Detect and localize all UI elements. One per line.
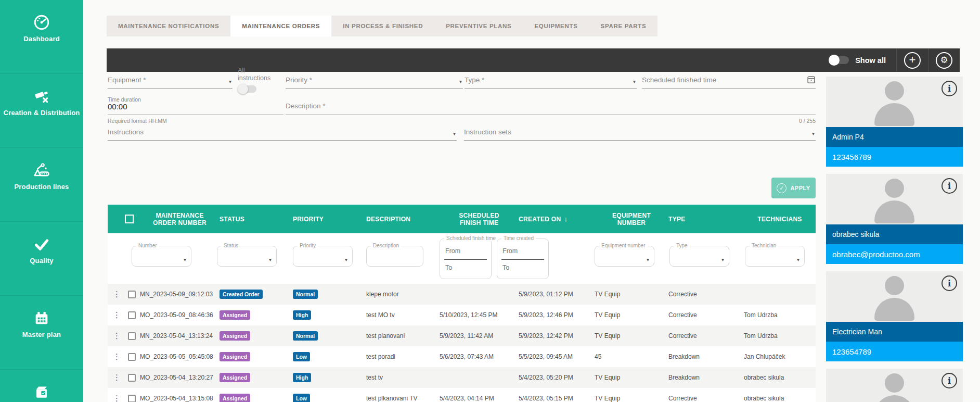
description-filter-input[interactable]: Description xyxy=(366,246,423,267)
description-input[interactable]: Description * xyxy=(286,102,816,115)
sidebar-item-quality[interactable]: Quality xyxy=(0,235,83,296)
chevron-down-icon: ▾ xyxy=(721,257,724,262)
info-button[interactable]: i xyxy=(942,178,957,194)
priority-filter-select[interactable]: Priority ▾ xyxy=(293,246,353,267)
number-filter-select[interactable]: Number ▾ xyxy=(132,246,191,267)
description-cell: klepe motor xyxy=(366,284,440,305)
column-header-type[interactable]: TYPE xyxy=(668,205,744,233)
column-header-priority[interactable]: PRIORITY xyxy=(293,205,366,233)
tab-preventive-plans[interactable]: PREVENTIVE PLANS xyxy=(434,16,523,36)
chevron-down-icon: ▾ xyxy=(184,257,186,262)
technician-name: obrabec sikula xyxy=(826,224,963,244)
info-icon: i xyxy=(948,84,951,94)
sidebar-item-dashboard[interactable]: Dashboard xyxy=(0,14,83,74)
technician-cell: Tom Udrzba xyxy=(744,305,816,325)
table-row[interactable]: ⋮ MO_2023-05-09_08:46:36 Assigned High t… xyxy=(108,305,816,325)
table-row[interactable]: ⋮ MO_2023-05-05_05:45:08 Assigned Low te… xyxy=(108,346,816,367)
from-input[interactable]: From xyxy=(502,247,518,255)
scheduled-finish-time-filter[interactable]: Scheduled finish time From To xyxy=(440,238,492,279)
apply-button[interactable]: ✓ APPLY xyxy=(771,178,816,198)
tab-equipments[interactable]: EQUIPMENTS xyxy=(523,16,589,36)
tab-maintenance-notifications[interactable]: MAINTENANCE NOTIFICATIONS xyxy=(107,16,230,36)
time-created-filter[interactable]: Time created From To xyxy=(497,238,549,279)
table-body: ⋮ MN_2023-05-09_09:12:03 Created Order N… xyxy=(108,284,816,402)
sidebar-item-creation-distribution[interactable]: Creation & Distribution xyxy=(0,87,83,148)
avatar xyxy=(874,103,914,126)
table-row[interactable]: ⋮ MN_2023-05-04_13:13:24 Assigned Normal… xyxy=(108,325,816,346)
created-on-cell: 5/9/2023, 01:12 PM xyxy=(519,284,595,305)
scheduled-finish-cell: 5/4/2023, 04:14 PM xyxy=(440,388,519,402)
sidebar-item-master-plan[interactable]: Master plan xyxy=(0,309,83,370)
status-filter-select[interactable]: Status ▾ xyxy=(217,246,277,267)
type-cell: Breakdown xyxy=(668,346,744,367)
row-checkbox[interactable] xyxy=(128,311,136,319)
time-duration-input[interactable]: 00:00 xyxy=(108,102,283,115)
avatar xyxy=(874,298,914,321)
equipment-number-cell: TV Equip xyxy=(595,284,668,305)
select-all-checkbox[interactable] xyxy=(125,215,134,223)
calendar-icon[interactable] xyxy=(807,75,816,85)
to-input[interactable]: To xyxy=(502,264,509,271)
technician-name: Electrician Man xyxy=(826,322,963,342)
column-header-description[interactable]: DESCRIPTION xyxy=(366,205,440,233)
row-menu-icon[interactable]: ⋮ xyxy=(113,394,121,402)
column-header-created-on[interactable]: CREATED ON↓ xyxy=(519,205,595,233)
avatar xyxy=(874,395,914,402)
show-all-toggle[interactable] xyxy=(830,56,849,64)
priority-select[interactable]: Priority * ▾ xyxy=(286,76,463,89)
row-checkbox[interactable] xyxy=(128,374,136,382)
column-header-scheduled-finish-time[interactable]: SCHEDULED FINISH TIME xyxy=(440,205,519,233)
info-button[interactable]: i xyxy=(942,81,957,96)
row-checkbox[interactable] xyxy=(128,395,136,402)
equipment-number-filter-select[interactable]: Equipment number ▾ xyxy=(595,246,654,267)
table-row[interactable]: ⋮ MN_2023-05-09_09:12:03 Created Order N… xyxy=(108,284,816,305)
description-counter: 0 / 255 xyxy=(770,118,816,124)
technicians-panel: i Admin P4 123456789 i obrabec sikula ob… xyxy=(826,77,963,402)
priority-badge: Low xyxy=(293,352,310,361)
to-input[interactable]: To xyxy=(445,264,452,271)
table-row[interactable]: ⋮ MO_2023-05-04_13:20:27 Assigned High t… xyxy=(108,367,816,388)
from-input[interactable]: From xyxy=(445,247,460,255)
row-menu-icon[interactable]: ⋮ xyxy=(113,331,121,341)
order-number-cell: MO_2023-05-09_08:46:36 xyxy=(140,305,220,325)
row-menu-icon[interactable]: ⋮ xyxy=(113,352,121,361)
column-header-equipment-number[interactable]: EQUIPMENT NUMBER xyxy=(595,205,668,233)
row-menu-icon[interactable]: ⋮ xyxy=(113,290,121,299)
priority-badge: Normal xyxy=(293,290,318,299)
all-instructions-toggle[interactable] xyxy=(239,85,256,93)
technician-filter-select[interactable]: Technician ▾ xyxy=(745,246,805,267)
settings-button[interactable]: ⚙ xyxy=(936,52,952,69)
table-row[interactable]: ⋮ MO_2023-05-04_13:15:08 Assigned Low te… xyxy=(108,388,816,402)
tab-maintenance-orders[interactable]: MAINTENANCE ORDERS xyxy=(230,16,331,36)
column-header-status[interactable]: STATUS xyxy=(220,205,293,233)
equipment-select[interactable]: Equipment * ▾ xyxy=(108,76,233,89)
instruction-sets-select[interactable]: Instruction sets ▾ xyxy=(464,128,816,141)
tab-in-process-finished[interactable]: IN PROCESS & FINISHED xyxy=(331,16,434,36)
type-cell: Corrective xyxy=(668,325,744,346)
status-badge: Created Order xyxy=(220,290,263,299)
row-checkbox[interactable] xyxy=(128,291,136,298)
order-number-cell: MO_2023-05-05_05:45:08 xyxy=(140,346,220,367)
row-checkbox[interactable] xyxy=(128,332,136,340)
sidebar-item-production-lines[interactable]: Production lines xyxy=(0,161,83,222)
tab-spare-parts[interactable]: SPARE PARTS xyxy=(589,16,658,36)
instructions-select[interactable]: Instructions ▾ xyxy=(108,128,457,141)
row-menu-icon[interactable]: ⋮ xyxy=(113,373,121,382)
type-select[interactable]: Type * ▾ xyxy=(465,76,637,89)
chevron-down-icon: ▾ xyxy=(269,257,272,262)
info-icon: i xyxy=(948,376,951,386)
sidebar-item-redbox[interactable]: Redbox xyxy=(0,383,83,402)
info-button[interactable]: i xyxy=(942,373,957,388)
toolbar-divider xyxy=(928,48,929,72)
type-filter-select[interactable]: Type ▾ xyxy=(669,246,729,267)
column-header-technicians[interactable]: TECHNICIANS xyxy=(744,205,816,233)
add-order-button[interactable]: + xyxy=(904,52,921,69)
scheduled-finish-cell: 5/10/2023, 12:45 PM xyxy=(440,305,519,325)
scheduled-finished-time-field[interactable]: Scheduled finished time xyxy=(642,76,816,89)
info-button[interactable]: i xyxy=(942,275,957,291)
equipment-number-cell: TV Equip xyxy=(595,325,668,346)
row-menu-icon[interactable]: ⋮ xyxy=(113,310,121,320)
instructions-label: Instructions xyxy=(108,128,144,136)
row-checkbox[interactable] xyxy=(128,353,136,361)
column-header-order-number[interactable]: MAINTENANCE ORDER NUMBER xyxy=(140,205,220,233)
